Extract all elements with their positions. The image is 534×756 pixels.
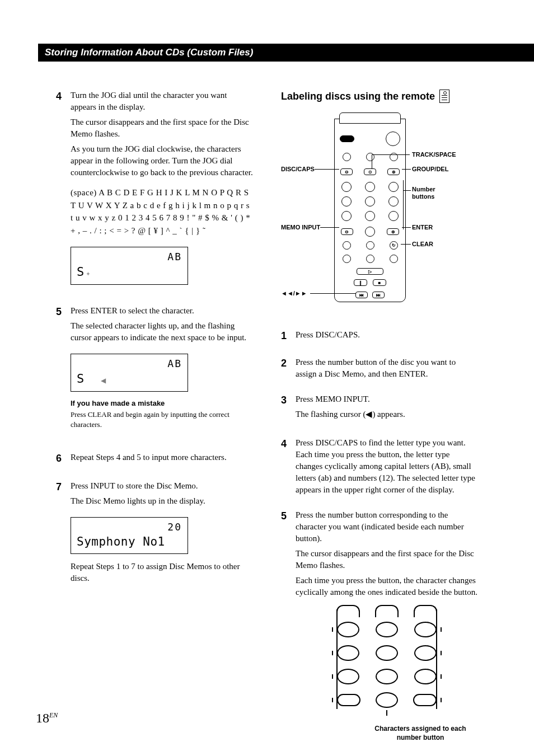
tick bbox=[332, 674, 333, 679]
remote-body: ⊖⊙⊕ ⊖⊕ ↻ ▷ ∥■ ⏮⏭ bbox=[334, 119, 406, 302]
step-number: 4 bbox=[281, 437, 296, 496]
label-numberbuttons: Numberbuttons bbox=[412, 186, 435, 200]
remote-btn-prev: ⏮ bbox=[355, 292, 368, 298]
kp-top bbox=[375, 605, 399, 617]
kp-btn bbox=[376, 622, 398, 637]
remote-heading-text: Labeling discs using the remote bbox=[281, 91, 435, 102]
keypad-caption: Characters assigned to each number butto… bbox=[363, 725, 478, 742]
kp-btn bbox=[414, 645, 437, 661]
kp-top bbox=[414, 605, 437, 617]
step-5-p2: The selected character lights up, and th… bbox=[71, 320, 253, 344]
step-4-p1: Turn the JOG dial until the character yo… bbox=[71, 90, 253, 113]
remote-heading: Labeling discs using the remote bbox=[281, 90, 478, 103]
remote-btn-memoinput: ⊖ bbox=[341, 228, 353, 235]
step-7: 7 Press INPUT to store the Disc Memo. Th… bbox=[56, 480, 253, 588]
remote-numbtn bbox=[388, 196, 399, 206]
remote-top bbox=[339, 112, 401, 124]
right-column: Labeling discs using the remote ⊖⊙⊕ ⊖⊕ ↻… bbox=[281, 90, 478, 755]
leader-line bbox=[402, 227, 411, 228]
r-step-1: 1 Press DISC/CAPS. bbox=[281, 329, 478, 343]
tick bbox=[332, 651, 333, 655]
leader-line bbox=[372, 154, 372, 169]
kp-btn bbox=[376, 669, 398, 684]
tick bbox=[441, 674, 442, 679]
remote-btn-stop: ■ bbox=[373, 279, 386, 286]
label-prevnext: ◄◄/►► bbox=[281, 290, 307, 297]
remote-btn-play: ▷ bbox=[357, 268, 383, 275]
kp-btn bbox=[337, 694, 360, 706]
r-step-5-p1: Press the number button corresponding to… bbox=[296, 509, 478, 544]
step-number: 3 bbox=[281, 393, 296, 424]
tick bbox=[441, 627, 442, 632]
leader-line bbox=[310, 293, 356, 294]
label-memoinput: MEMO INPUT bbox=[281, 224, 320, 231]
r-step-4: 4 Press DISC/CAPS to find the letter typ… bbox=[281, 437, 478, 496]
r-step-3-p2: The flashing cursor (◀) appears. bbox=[296, 408, 478, 420]
page-number: 18EN bbox=[36, 711, 58, 726]
remote-btn bbox=[343, 255, 351, 263]
step-number: 1 bbox=[281, 329, 296, 343]
remote-btn-disccaps: ⊖ bbox=[340, 168, 353, 175]
remote-numbtn bbox=[365, 196, 375, 206]
kp-btn bbox=[337, 669, 359, 684]
remote-numbtn bbox=[388, 182, 399, 192]
step-body: Press the number button of the disc you … bbox=[296, 356, 478, 380]
remote-btn-groupdel: ⊕ bbox=[387, 168, 400, 175]
kp-btn bbox=[337, 645, 359, 661]
step-7-p1: Press INPUT to store the Disc Memo. bbox=[71, 480, 253, 492]
step-5: 5 Press ENTER to select the character. T… bbox=[56, 305, 253, 438]
step-body: Repeat Steps 4 and 5 to input more chara… bbox=[71, 452, 253, 467]
step-body: Turn the JOG dial until the character yo… bbox=[71, 90, 253, 292]
step-7-p2: The Disc Memo lights up in the display. bbox=[71, 495, 253, 507]
kp-btn bbox=[414, 622, 437, 637]
leader-line bbox=[320, 227, 339, 228]
tick bbox=[441, 651, 442, 655]
display-char: S bbox=[77, 372, 85, 386]
kp-btn bbox=[376, 692, 398, 708]
tick bbox=[332, 627, 333, 632]
display-top: AB bbox=[77, 250, 182, 264]
step-body: Press MEMO INPUT. The flashing cursor (◀… bbox=[296, 393, 478, 424]
display-bottom: S bbox=[77, 370, 182, 388]
mistake-text: Press CLEAR and begin again by inputting… bbox=[71, 410, 253, 430]
remote-numbtn bbox=[365, 182, 375, 192]
step-number: 2 bbox=[281, 356, 296, 380]
remote-btn bbox=[340, 135, 354, 142]
kp-top bbox=[336, 605, 360, 617]
mistake-title: If you have made a mistake bbox=[71, 398, 253, 408]
step-body: Press the number button corresponding to… bbox=[296, 509, 478, 742]
step-body: Press ENTER to select the character. The… bbox=[71, 305, 253, 438]
remote-numbtn bbox=[341, 211, 352, 221]
kp-btn bbox=[414, 669, 437, 684]
remote-numbtn bbox=[365, 211, 375, 221]
remote-diagram: ⊖⊙⊕ ⊖⊕ ↻ ▷ ∥■ ⏮⏭ DISC/CAPS MEMO INPUT ◄◄… bbox=[281, 116, 478, 318]
cursor-icon bbox=[101, 372, 106, 386]
r-step-2: 2 Press the number button of the disc yo… bbox=[281, 356, 478, 380]
leader-line bbox=[402, 169, 411, 170]
display-box-2: AB S bbox=[71, 354, 188, 392]
step-5-p1: Press ENTER to select the character. bbox=[71, 305, 253, 317]
display-bottom: S bbox=[77, 264, 182, 281]
display-top: 20 bbox=[77, 520, 182, 534]
label-groupdel: GROUP/DEL bbox=[412, 166, 448, 172]
display-char: S bbox=[77, 265, 85, 279]
remote-btn bbox=[366, 255, 374, 263]
step-4-p2: The cursor disappears and the first spac… bbox=[71, 116, 253, 140]
leader-line bbox=[403, 190, 411, 191]
step-body: Press INPUT to store the Disc Memo. The … bbox=[71, 480, 253, 588]
remote-icon bbox=[439, 90, 449, 103]
character-list: (space) A B C D E F G H I J K L M N O P … bbox=[71, 186, 253, 237]
display-box-1: AB S bbox=[71, 247, 188, 285]
step-number: 6 bbox=[56, 452, 71, 467]
r-step-3: 3 Press MEMO INPUT. The flashing cursor … bbox=[281, 393, 478, 424]
label-disccaps: DISC/CAPS bbox=[281, 166, 315, 172]
step-4-p3: As you turn the JOG dial clockwise, the … bbox=[71, 143, 253, 179]
label-trackspace: TRACK/SPACE bbox=[412, 151, 456, 158]
section-header: Storing Information About CDs (Custom Fi… bbox=[38, 44, 534, 62]
step-6: 6 Repeat Steps 4 and 5 to input more cha… bbox=[56, 452, 253, 467]
remote-numbtn bbox=[341, 196, 352, 206]
leader-line bbox=[315, 169, 339, 170]
leader-line bbox=[372, 154, 410, 155]
step-number: 5 bbox=[281, 509, 296, 742]
step-6-p1: Repeat Steps 4 and 5 to input more chara… bbox=[71, 452, 253, 463]
